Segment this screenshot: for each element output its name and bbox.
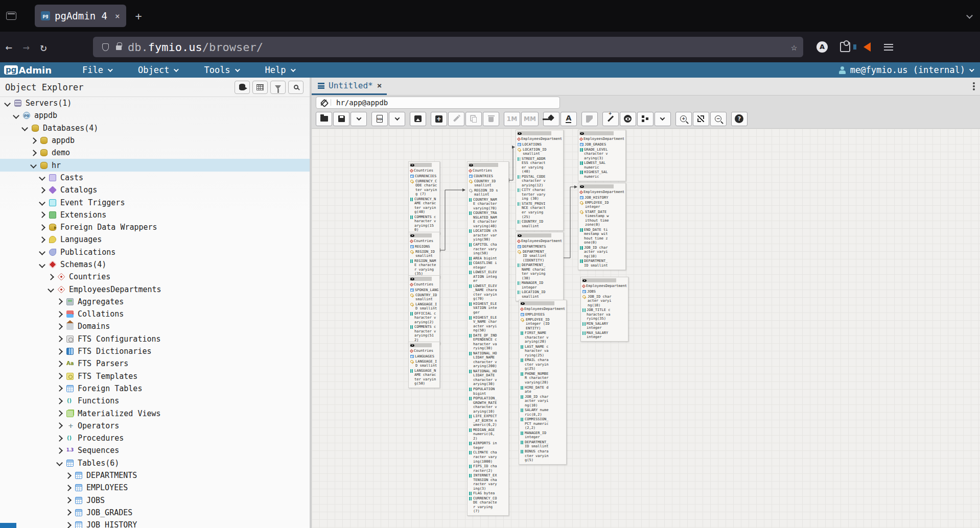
erd-table-countries[interactable]: CountriesCOUNTRIESCOUNTRY_ID smallintREG… (467, 161, 509, 516)
tab-close-icon[interactable]: × (115, 11, 120, 21)
bookmark-star-icon[interactable]: ☆ (791, 41, 797, 53)
tree-item-databases-4-[interactable]: Databases(4) (0, 122, 310, 134)
expander-right-icon[interactable] (56, 410, 63, 417)
eye-icon[interactable] (469, 164, 473, 166)
lock-icon[interactable] (116, 45, 122, 50)
tree-item-aggregates[interactable]: Aggregates (0, 296, 310, 308)
expander-right-icon[interactable] (39, 224, 45, 231)
tree-item-fts-parsers[interactable]: FTS Parsers (0, 357, 310, 370)
auto-align-button[interactable] (602, 112, 619, 126)
filter-button[interactable] (270, 81, 286, 94)
node-header-bar[interactable] (579, 184, 624, 188)
erd-table-job_grades[interactable]: EmployeesDepartmentsJOB_GRADESGRADE_LEVE… (578, 130, 626, 181)
tab-options-kebab-icon[interactable] (973, 85, 975, 87)
one-to-many-button[interactable]: 1M (504, 112, 520, 126)
expander-right-icon[interactable] (65, 510, 72, 516)
tree-item-procedures[interactable]: Procedures (0, 432, 310, 444)
tree-item-operators[interactable]: Operators (0, 420, 310, 432)
zoom-to-fit-button[interactable] (693, 112, 709, 126)
browser-tab[interactable]: pg pgAdmin 4 × (35, 5, 126, 27)
tree-item-foreign-data-wrappers[interactable]: Foreign Data Wrappers (0, 221, 310, 233)
user-menu[interactable]: me@fymio.us (internal) (838, 65, 973, 75)
menu-help[interactable]: Help (265, 65, 294, 75)
eye-icon[interactable] (410, 234, 414, 237)
tree-item-job-grades[interactable]: JOB_GRADES (0, 507, 310, 519)
eye-icon[interactable] (582, 279, 587, 282)
tree-item-materialized-views[interactable]: Materialized Views (0, 407, 310, 419)
expander-down-icon[interactable] (13, 112, 19, 119)
delete-table-button[interactable] (483, 112, 499, 126)
tree-item-fts-dictionaries[interactable]: FTS Dictionaries (0, 345, 310, 357)
text-color-button[interactable]: A (561, 112, 577, 126)
extension-a-icon[interactable]: A (816, 41, 828, 53)
expander-down-icon[interactable] (30, 162, 37, 169)
node-header-bar[interactable] (517, 131, 562, 135)
tree-item-casts[interactable]: Casts (0, 172, 310, 184)
expander-right-icon[interactable] (56, 386, 63, 392)
eye-icon[interactable] (410, 278, 414, 280)
node-header-bar[interactable] (410, 163, 438, 167)
erd-tab-untitled[interactable]: Untitled* × (312, 78, 387, 95)
forward-button[interactable]: → (17, 41, 35, 54)
new-tab-button[interactable]: + (135, 10, 142, 22)
expander-right-icon[interactable] (56, 335, 63, 342)
erd-table-currencies[interactable]: CountriesCURRENCIESCURRENCY_CODE charact… (408, 161, 440, 234)
eye-icon[interactable] (521, 302, 525, 305)
save-as-image-button[interactable] (410, 112, 426, 126)
erd-table-regions[interactable]: CountriesREGIONSREGION_ID smallintREGION… (408, 232, 440, 278)
menu-tools[interactable]: Tools (204, 65, 238, 75)
tree-item-job-history[interactable]: JOB_HISTORY (0, 519, 310, 528)
tree-item-schemas-4-[interactable]: Schemas(4) (0, 258, 310, 271)
notation-menu-chevron[interactable] (655, 112, 671, 126)
expander-right-icon[interactable] (30, 150, 37, 156)
node-header-bar[interactable] (579, 131, 624, 135)
erd-table-departments[interactable]: EmployeesDepartmentsDEPARTMENTSDEPARTMEN… (516, 232, 564, 301)
expander-right-icon[interactable] (30, 137, 37, 144)
tree-item-countries[interactable]: Countries (0, 271, 310, 283)
expander-right-icon[interactable] (56, 299, 63, 305)
browser-menu-icon[interactable] (884, 44, 893, 51)
show-details-button[interactable] (620, 112, 636, 126)
tree-item-employeesdepartments[interactable]: EmployeesDepartments (0, 283, 310, 295)
expander-right-icon[interactable] (48, 274, 54, 280)
tree-item-fts-templates[interactable]: FTS Templates (0, 370, 310, 382)
many-to-many-button[interactable]: MM (521, 112, 539, 126)
eye-icon[interactable] (518, 234, 522, 237)
expander-right-icon[interactable] (56, 435, 63, 442)
erd-table-spoken_languages[interactable]: CountriesSPOKEN_LANGUAGESCOUNTRY_ID smal… (408, 275, 440, 345)
tree-item-tables-6-[interactable]: Tables(6) (0, 457, 310, 469)
tree-item-departments[interactable]: DEPARTMENTS (0, 469, 310, 482)
database-connect-button[interactable] (235, 81, 250, 94)
erd-table-job_history[interactable]: EmployeesDepartmentsJOB_HISTORYEMPLOYEE_… (578, 183, 626, 270)
firefox-view-icon[interactable] (6, 12, 16, 20)
tree-item-foreign-tables[interactable]: Foreign Tables (0, 382, 310, 395)
node-header-bar[interactable] (582, 278, 627, 282)
erd-tab-close-icon[interactable]: × (377, 81, 382, 90)
eye-icon[interactable] (410, 344, 414, 347)
expander-right-icon[interactable] (65, 485, 72, 491)
tree-item-appdb[interactable]: appdb (0, 109, 310, 122)
tree-item-extensions[interactable]: Extensions (0, 209, 310, 221)
erd-table-jobs[interactable]: EmployeesDepartmentsJOBSJOB_ID character… (580, 277, 628, 342)
expander-down-icon[interactable] (39, 249, 45, 255)
node-header-bar[interactable] (520, 301, 565, 305)
menu-object[interactable]: Object (138, 65, 177, 75)
tree-item-demo[interactable]: demo (0, 147, 310, 159)
expander-right-icon[interactable] (56, 361, 63, 367)
tree-item-functions[interactable]: Functions (0, 395, 310, 407)
expander-right-icon[interactable] (65, 522, 72, 528)
tree-item-languages[interactable]: Languages (0, 233, 310, 246)
expander-right-icon[interactable] (65, 472, 72, 479)
expander-down-icon[interactable] (48, 286, 54, 293)
tree-item-jobs[interactable]: JOBS (0, 494, 310, 507)
expander-right-icon[interactable] (56, 447, 63, 454)
expander-down-icon[interactable] (39, 175, 45, 181)
expander-right-icon[interactable] (39, 236, 45, 243)
tree-item-domains[interactable]: Domains (0, 320, 310, 332)
tracking-shield-icon[interactable] (102, 43, 109, 51)
node-header-bar[interactable] (410, 233, 438, 237)
eye-icon[interactable] (410, 164, 414, 166)
expander-down-icon[interactable] (39, 261, 45, 268)
properties-grid-button[interactable] (252, 81, 268, 94)
expander-down-icon[interactable] (4, 100, 11, 107)
